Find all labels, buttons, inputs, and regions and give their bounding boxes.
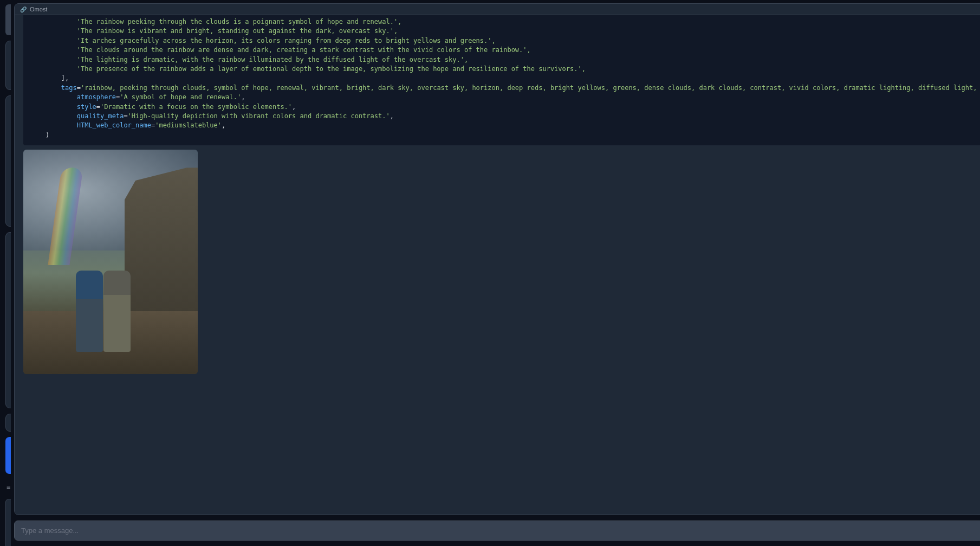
new-chat-button[interactable]: New Chat — [5, 4, 11, 35]
message-input[interactable] — [14, 521, 980, 541]
generated-image[interactable] — [23, 150, 198, 374]
image-diffusion-panel: Image Diffusion Model Image Width — [5, 232, 11, 408]
chat-scroll[interactable]: Omost 'The rainbow peeking through the c… — [15, 4, 980, 515]
render-image-button[interactable]: Render the Image! — [5, 437, 11, 474]
quick-prompt-chip[interactable]: generate an image of the fierce battle o… — [5, 499, 11, 546]
list-icon — [7, 483, 11, 491]
language-model-panel: Language Model Temperature Top P — [5, 95, 11, 227]
sidebar: New Chat Edit Last Input Random Seed Lan… — [0, 0, 11, 546]
chat-area: Omost 'The rainbow peeking through the c… — [14, 3, 980, 515]
random-seed-panel: Random Seed — [5, 41, 11, 90]
code-block-header: Omost — [15, 4, 980, 15]
main-area: Omost 'The rainbow peeking through the c… — [11, 0, 980, 546]
advanced-panel: Advanced — [5, 414, 11, 432]
link-icon — [20, 6, 27, 12]
code-block-title: Omost — [30, 6, 47, 12]
code-block: 'The rainbow peeking through the clouds … — [23, 15, 980, 145]
